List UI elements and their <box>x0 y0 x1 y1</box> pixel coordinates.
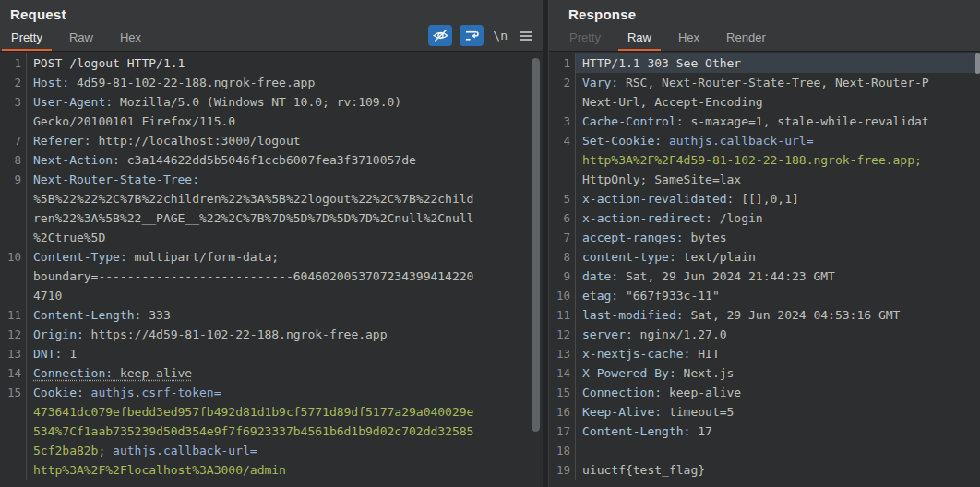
line-number <box>0 402 26 422</box>
response-editor[interactable]: 1HTTP/1.1 303 See Other2Vary: RSC, Next-… <box>549 51 980 487</box>
code-line[interactable]: Gecko/20100101 Firefox/115.0 <box>0 112 543 131</box>
code-line[interactable]: 13DNT: 1 <box>0 344 543 363</box>
line-number: 18 <box>549 441 575 460</box>
code-line[interactable]: 8content-type: text/plain <box>549 247 980 267</box>
line-number: 6 <box>549 208 575 228</box>
code-line[interactable]: 14X-Powered-By: Next.js <box>549 363 980 383</box>
code-line[interactable]: 534%7Cf1aab735239d50d354e9f7f6923337b456… <box>0 422 543 441</box>
line-text: Referer: http://localhost:3000/logout <box>26 131 543 150</box>
request-toolbar: \n <box>428 25 543 51</box>
line-text: boundary=---------------------------6046… <box>26 267 543 286</box>
request-tab-hex[interactable]: Hex <box>111 25 150 51</box>
line-text: content-type: text/plain <box>575 247 980 267</box>
line-text: http%3A%2F%2F4d59-81-102-22-188.ngrok-fr… <box>575 150 980 170</box>
line-text: Vary: RSC, Next-Router-State-Tree, Next-… <box>575 73 980 92</box>
code-line[interactable]: 9date: Sat, 29 Jun 2024 21:44:23 GMT <box>549 267 980 286</box>
code-line[interactable]: Next-Url, Accept-Encoding <box>549 92 980 112</box>
code-line[interactable]: 10Content-Type: multipart/form-data; <box>0 247 543 267</box>
line-number <box>0 286 26 305</box>
request-tab-pretty[interactable]: Pretty <box>2 25 52 51</box>
code-line[interactable]: 7Referer: http://localhost:3000/logout <box>0 131 543 150</box>
response-header: Response Pretty Raw Hex Render <box>549 0 980 51</box>
code-line[interactable]: http%3A%2F%2F4d59-81-102-22-188.ngrok-fr… <box>549 150 980 170</box>
code-line[interactable]: 1HTTP/1.1 303 See Other <box>549 53 980 73</box>
line-number: 10 <box>549 286 575 305</box>
line-number: 8 <box>0 150 26 170</box>
line-text: Cache-Control: s-maxage=1, stale-while-r… <box>575 112 980 131</box>
code-line[interactable]: 16Keep-Alive: timeout=5 <box>549 402 980 422</box>
line-number <box>0 267 26 286</box>
response-tab-raw[interactable]: Raw <box>618 25 661 51</box>
code-line[interactable]: 4710 <box>0 286 543 305</box>
code-line[interactable]: 2Host: 4d59-81-102-22-188.ngrok-free.app <box>0 73 543 92</box>
code-line[interactable]: 3User-Agent: Mozilla/5.0 (Windows NT 10.… <box>0 92 543 112</box>
line-text: Keep-Alive: timeout=5 <box>575 402 980 422</box>
code-line[interactable]: 7accept-ranges: bytes <box>549 228 980 247</box>
line-text: Content-Type: multipart/form-data; <box>26 247 543 267</box>
line-text: http%3A%2F%2Flocalhost%3A3000/admin <box>26 460 543 480</box>
code-line[interactable]: 17Content-Length: 17 <box>549 422 980 441</box>
code-line[interactable]: %2Ctrue%5D <box>0 228 543 247</box>
line-number: 8 <box>549 247 575 267</box>
code-line[interactable]: 9Next-Router-State-Tree: <box>0 170 543 189</box>
code-line[interactable]: 3Cache-Control: s-maxage=1, stale-while-… <box>549 112 980 131</box>
code-line[interactable]: 18 <box>549 441 980 460</box>
request-tab-raw[interactable]: Raw <box>60 25 102 51</box>
line-number: 17 <box>549 422 575 441</box>
code-line[interactable]: ren%22%3A%5B%22__PAGE__%22%2C%7B%7D%5D%7… <box>0 208 543 228</box>
code-line[interactable]: 2Vary: RSC, Next-Router-State-Tree, Next… <box>549 73 980 92</box>
request-scrollbar-thumb[interactable] <box>532 58 540 432</box>
code-line[interactable]: 10etag: "667f933c-11" <box>549 286 980 305</box>
line-text: ren%22%3A%5B%22__PAGE__%22%2C%7B%7D%5D%7… <box>26 208 543 228</box>
code-line[interactable]: 11Content-Length: 333 <box>0 305 543 325</box>
response-tab-render[interactable]: Render <box>717 25 775 51</box>
code-line[interactable]: 19uiuctf{test_flag} <box>549 460 980 480</box>
response-scrollbar-thumb[interactable] <box>975 53 980 74</box>
code-line[interactable]: HttpOnly; SameSite=lax <box>549 170 980 189</box>
message-editor: Request Pretty Raw Hex <box>0 0 980 487</box>
wrap-lines-button[interactable] <box>460 25 484 46</box>
line-number: 11 <box>549 305 575 325</box>
code-line[interactable]: 4Set-Cookie: authjs.callback-url= <box>549 131 980 150</box>
line-number: 15 <box>0 383 26 402</box>
line-number: 13 <box>0 344 26 363</box>
line-number: 9 <box>549 267 575 286</box>
code-line[interactable]: 12server: nginx/1.27.0 <box>549 325 980 344</box>
request-editor[interactable]: 1POST /logout HTTP/1.12Host: 4d59-81-102… <box>0 51 543 487</box>
line-number: 7 <box>549 228 575 247</box>
code-line[interactable]: 5x-action-revalidated: [[],0,1] <box>549 189 980 208</box>
code-line[interactable]: 15Cookie: authjs.csrf-token= <box>0 383 543 402</box>
line-number: 1 <box>549 53 575 73</box>
code-line[interactable]: 1POST /logout HTTP/1.1 <box>0 53 543 73</box>
code-line[interactable]: 11last-modified: Sat, 29 Jun 2024 04:53:… <box>549 305 980 325</box>
line-number: 13 <box>549 344 575 363</box>
response-tab-hex[interactable]: Hex <box>669 25 709 51</box>
code-line[interactable]: 13x-nextjs-cache: HIT <box>549 344 980 363</box>
code-line[interactable]: 8Next-Action: c3a144622dd5b5046f1ccb6007… <box>0 150 543 170</box>
code-line[interactable]: 473641dc079efbedd3ed957fb492d81d1b9cf577… <box>0 402 543 422</box>
code-line[interactable]: 15Connection: keep-alive <box>549 383 980 402</box>
line-text: x-action-redirect: /login <box>575 208 980 228</box>
newline-chars-button[interactable]: \n <box>491 25 509 46</box>
line-text: x-action-revalidated: [[],0,1] <box>575 189 980 208</box>
hide-irrelevant-button[interactable] <box>428 25 452 46</box>
response-tab-pretty[interactable]: Pretty <box>560 25 610 51</box>
line-number: 1 <box>0 53 26 73</box>
wrap-lines-icon <box>463 28 481 43</box>
line-text: 5cf2ba82b; authjs.callback-url= <box>26 441 543 460</box>
menu-icon <box>519 30 532 42</box>
code-line[interactable]: 6x-action-redirect: /login <box>549 208 980 228</box>
line-text: Next-Action: c3a144622dd5b5046f1ccb6007f… <box>26 150 543 170</box>
line-number: 12 <box>549 325 575 344</box>
code-line[interactable]: 14Connection: keep-alive <box>0 363 543 383</box>
line-number: 16 <box>549 402 575 422</box>
menu-button[interactable] <box>517 25 534 46</box>
code-line[interactable]: http%3A%2F%2Flocalhost%3A3000/admin <box>0 460 543 480</box>
line-number: 12 <box>0 325 26 344</box>
code-line[interactable]: 5cf2ba82b; authjs.callback-url= <box>0 441 543 460</box>
line-text: accept-ranges: bytes <box>575 228 980 247</box>
code-line[interactable]: %5B%22%22%2C%7B%22children%22%3A%5B%22lo… <box>0 189 543 208</box>
code-line[interactable]: boundary=---------------------------6046… <box>0 267 543 286</box>
code-line[interactable]: 12Origin: https://4d59-81-102-22-188.ngr… <box>0 325 543 344</box>
request-title: Request <box>0 0 543 22</box>
